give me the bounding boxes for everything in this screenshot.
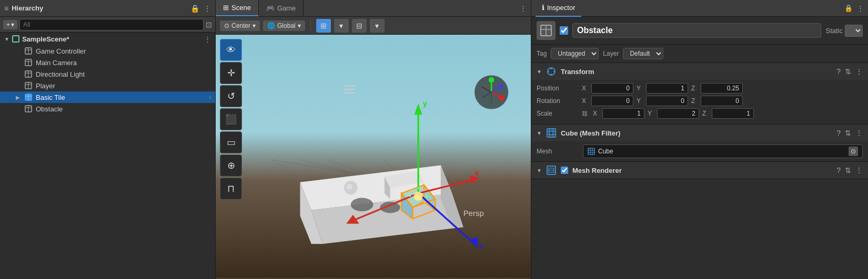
transform-header[interactable]: ▼ Transform ? ⇅ ⋮: [531, 63, 868, 80]
rotate-tool-button[interactable]: ↺: [220, 85, 242, 107]
hierarchy-panel: ≡ Hierarchy 🔒 ⋮ + ▾ ⊡ ▼ SampleScene* ⋮ G…: [0, 0, 216, 279]
position-y-input[interactable]: [646, 83, 688, 94]
center-button[interactable]: ⊙ Center ▾: [220, 20, 260, 31]
svg-point-66: [414, 192, 423, 201]
rotation-y-input[interactable]: [646, 96, 688, 106]
mesh-filter-header[interactable]: ▼ Cube (Mesh Filter) ? ⇅ ⋮: [531, 125, 868, 141]
tree-item-game-controller[interactable]: Game Controller: [0, 45, 215, 57]
scale-z-input[interactable]: [712, 108, 754, 119]
grid-toggle-button[interactable]: ⊞: [316, 19, 331, 33]
svg-point-61: [499, 95, 504, 101]
static-row: Static: [825, 25, 863, 37]
mesh-renderer-expand-icon: ▼: [537, 168, 542, 173]
custom-tool-button[interactable]: ⊓: [220, 178, 242, 200]
transform-help-icon[interactable]: ?: [836, 67, 841, 76]
hand-tool-button[interactable]: 👁: [220, 39, 242, 61]
inspector-tab-label: Inspector: [547, 4, 575, 12]
hierarchy-more-icon[interactable]: ⋮: [204, 4, 211, 13]
mesh-renderer-help-icon[interactable]: ?: [836, 166, 841, 174]
layer-dropdown[interactable]: Default: [623, 48, 663, 59]
transform-more-icon[interactable]: ⋮: [855, 67, 863, 76]
hamburger-icon: ≡: [4, 4, 8, 13]
tag-dropdown[interactable]: Untagged: [551, 48, 599, 59]
rotation-x-input[interactable]: [591, 96, 633, 106]
mesh-renderer-header[interactable]: ▼ Mesh Renderer ? ⇅ ⋮: [531, 162, 868, 179]
inspector-more-icon[interactable]: ⋮: [857, 4, 864, 12]
cube-icon-obstacle: [24, 105, 33, 113]
position-z-input[interactable]: [701, 83, 743, 94]
inspector-tabs: ℹ Inspector: [536, 0, 581, 17]
mesh-select-button[interactable]: ⊙: [849, 147, 858, 156]
scale-tool-button[interactable]: ⬛: [220, 108, 242, 130]
mesh-filter-expand-icon: ▼: [537, 130, 542, 136]
scale-x-input[interactable]: [602, 108, 644, 119]
transform-icon: [546, 66, 557, 77]
add-dropdown-icon: ▾: [11, 21, 14, 28]
scene-tab-bar: ⊞ Scene 🎮 Game ⋮: [216, 0, 531, 17]
object-enabled-checkbox[interactable]: [560, 26, 568, 35]
mesh-renderer-component: ▼ Mesh Renderer ? ⇅ ⋮: [531, 162, 868, 179]
scene-viewport[interactable]: 👁 ✛ ↺ ⬛ ▭ ⊕ ⊓: [216, 35, 531, 279]
expand-icon-basic-tile[interactable]: ▶: [15, 94, 21, 100]
global-icon: 🌐: [267, 22, 275, 29]
mesh-renderer-settings-icon[interactable]: ⇅: [845, 166, 851, 174]
rotation-y-group: Y: [637, 96, 688, 106]
transform-tool-button[interactable]: ⊕: [220, 154, 242, 177]
search-input[interactable]: [19, 19, 204, 30]
scale-row: Scale ⛓ X Y Z: [537, 108, 863, 119]
tab-scene[interactable]: ⊞ Scene: [216, 0, 259, 16]
static-dropdown[interactable]: [845, 25, 863, 37]
tab-game[interactable]: 🎮 Game: [259, 0, 304, 16]
inspector-lock-icon[interactable]: 🔒: [844, 4, 853, 12]
scene-root[interactable]: ▼ SampleScene* ⋮: [0, 33, 215, 45]
move-tool-button[interactable]: ✛: [220, 62, 242, 84]
item-label-main-camera: Main Camera: [36, 59, 77, 67]
mesh-renderer-title: Mesh Renderer: [572, 167, 832, 174]
rect-tool-button[interactable]: ▭: [220, 131, 242, 153]
scale-y-input[interactable]: [657, 108, 699, 119]
tab-inspector[interactable]: ℹ Inspector: [536, 0, 581, 17]
add-button[interactable]: + ▾: [3, 20, 17, 29]
global-button[interactable]: 🌐 Global ▾: [263, 20, 305, 31]
object-name-input[interactable]: [572, 23, 821, 38]
tree-item-player[interactable]: Player: [0, 80, 215, 91]
transform-settings-icon[interactable]: ⇅: [845, 67, 851, 76]
position-x-input[interactable]: [591, 83, 633, 94]
tree-item-obstacle[interactable]: Obstacle: [0, 103, 215, 115]
position-row: Position X Y Z: [537, 83, 863, 94]
position-z-axis: Z: [691, 85, 699, 92]
mesh-filter-settings-icon[interactable]: ⇅: [845, 129, 851, 137]
toolbar-separator: [310, 20, 311, 31]
rotation-z-input[interactable]: [701, 96, 743, 106]
position-label: Position: [537, 85, 579, 92]
eye-button[interactable]: ⊡: [206, 20, 212, 29]
snap-dropdown-button[interactable]: ▾: [370, 19, 385, 33]
mesh-filter-help-icon[interactable]: ?: [836, 129, 841, 137]
item-label-directional-light: Directional Light: [36, 70, 85, 78]
inspector-header: ℹ Inspector 🔒 ⋮: [531, 0, 868, 17]
tree-item-directional-light[interactable]: Directional Light: [0, 68, 215, 80]
cube-icon-player: [24, 81, 33, 90]
scene-more-icon[interactable]: ⋮: [204, 35, 211, 43]
svg-rect-86: [547, 129, 556, 137]
global-label: Global: [277, 22, 296, 29]
no-expand-spacer: [15, 106, 21, 112]
mesh-filter-actions: ? ⇅ ⋮: [836, 129, 863, 137]
global-dropdown-icon: ▾: [298, 22, 301, 29]
mesh-filter-more-icon[interactable]: ⋮: [855, 129, 863, 137]
tree-item-basic-tile[interactable]: ▶ Basic Tile ›: [0, 91, 215, 103]
arrow-icon: ›: [209, 94, 211, 100]
tree-item-main-camera[interactable]: Main Camera: [0, 57, 215, 68]
scene-icon: [12, 35, 20, 43]
svg-rect-0: [13, 36, 19, 42]
mesh-renderer-enabled-checkbox[interactable]: [561, 167, 568, 174]
grid-dropdown-button[interactable]: ▾: [334, 19, 349, 33]
scene-toolbar: ⊙ Center ▾ 🌐 Global ▾ ⊞ ▾ ⊟ ▾: [216, 17, 531, 35]
mesh-renderer-more-icon[interactable]: ⋮: [855, 166, 863, 174]
lock-icon[interactable]: 🔒: [190, 4, 199, 13]
scene-svg: y x z: [216, 35, 531, 279]
snap-button[interactable]: ⊟: [352, 19, 367, 33]
svg-rect-75: [344, 89, 355, 90]
hierarchy-title: Hierarchy: [12, 4, 43, 12]
tab-more-icon[interactable]: ⋮: [516, 4, 531, 12]
